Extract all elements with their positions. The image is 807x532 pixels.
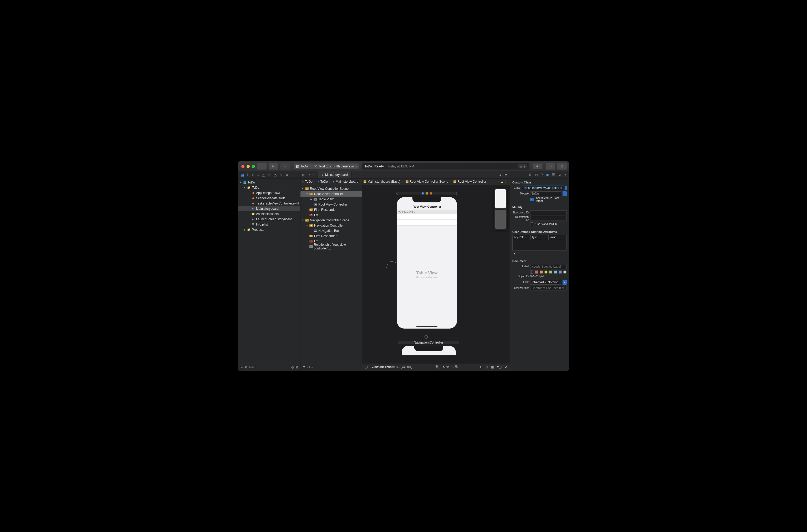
tree-row[interactable]: ◆AppDelegate.swift	[238, 190, 300, 195]
zoom-level[interactable]: 63%	[443, 365, 449, 369]
history-inspector-icon[interactable]: ◷	[535, 173, 538, 177]
adjust-editor-icon[interactable]: ▤	[504, 173, 507, 177]
project-tree[interactable]: ▼📘ToDo▼📁ToDo◆AppDelegate.swift◆SceneDele…	[238, 179, 300, 364]
source-control-icon[interactable]: ⫴	[247, 173, 249, 177]
class-dropdown-caret[interactable]: ⌄	[565, 186, 567, 190]
add-icon[interactable]: ＋	[240, 365, 244, 369]
color-swatch[interactable]	[544, 270, 547, 273]
outline-tree[interactable]: ▼◻Root View Controller Scene▼●Root View …	[301, 185, 362, 364]
jump-crumb[interactable]: ▸ Main.storyboard	[333, 180, 358, 184]
debug-nav-icon[interactable]: ◔	[274, 173, 276, 177]
recent-icon[interactable]: ◷	[291, 365, 294, 369]
outline-row[interactable]: ▼◻Root View Controller Scene	[301, 186, 362, 191]
report-nav-icon[interactable]: ≣	[286, 173, 288, 177]
scene-dock[interactable]	[397, 192, 457, 195]
breakpoint-nav-icon[interactable]: ▷	[280, 173, 282, 177]
ib-canvas[interactable]: Root View Controller Prototype Cells Tab…	[362, 185, 510, 370]
tree-row[interactable]: ≣Info.plist	[238, 222, 300, 227]
tree-row[interactable]: ▸Main.storyboard	[238, 206, 300, 211]
toggle-inspector-button[interactable]: ▯	[557, 163, 567, 170]
class-field[interactable]: TasksTableViewController⊗	[522, 186, 563, 190]
localizer-field[interactable]: Comment For Localizer	[530, 286, 567, 290]
inherit-module-checkbox[interactable]: ✓	[530, 198, 534, 201]
exit-icon[interactable]	[430, 192, 432, 194]
size-inspector-icon[interactable]: ◢	[558, 173, 560, 177]
warnings-indicator[interactable]: ▲ 2	[518, 164, 527, 169]
close-icon[interactable]	[241, 165, 245, 168]
jump-bar[interactable]: ▸ ToDo〉▸ ToDo〉▸ Main.storyboard〉◻ Main.s…	[301, 179, 510, 185]
scm-filter-icon[interactable]: ⊞	[295, 365, 298, 369]
remove-attr-icon[interactable]: −	[518, 251, 520, 256]
toggle-navigator-button[interactable]: ▭	[257, 163, 267, 170]
prev-issue-icon[interactable]: 〈	[496, 179, 499, 184]
outline-row[interactable]: ◀Root View Controller	[301, 202, 362, 207]
code-review-button[interactable]: ⇆	[546, 163, 555, 170]
color-swatch[interactable]: ×	[530, 270, 533, 273]
stop-button[interactable]: ■	[280, 163, 290, 170]
zoom-icon[interactable]	[252, 165, 255, 168]
align-icon[interactable]: ⊡	[480, 365, 483, 369]
module-dropdown-caret[interactable]: ⌄	[562, 191, 567, 196]
outline-row[interactable]: ▬Navigation Bar	[301, 228, 362, 233]
find-nav-icon[interactable]: ⌕	[257, 173, 259, 177]
view-as-label[interactable]: View as: iPhone 11 (wC hR)	[371, 365, 412, 369]
tree-row[interactable]: ◆SceneDelegate.swift	[238, 195, 300, 201]
zoom-out-icon[interactable]: −🔍	[434, 365, 439, 369]
color-swatch[interactable]	[549, 270, 552, 273]
tree-row[interactable]: ▸LaunchScreen.storyboard	[238, 216, 300, 222]
outline-row[interactable]: ○Relationship "root view controller"…	[301, 244, 362, 249]
restoration-id-field[interactable]	[530, 216, 567, 221]
project-navigator-icon[interactable]: ▤	[241, 173, 244, 177]
outline-row[interactable]: ▼●Root View Controller	[301, 191, 362, 196]
editor-options-icon[interactable]: ≡	[499, 173, 501, 177]
symbol-nav-icon[interactable]: ▿	[252, 173, 254, 177]
color-swatch[interactable]	[540, 270, 543, 273]
outline-row[interactable]: ▶≡Table View	[301, 196, 362, 202]
back-button[interactable]: 〈	[307, 173, 310, 177]
zoom-in-icon[interactable]: +🔍	[453, 365, 459, 369]
file-inspector-icon[interactable]: 🗎	[529, 173, 532, 177]
tree-row[interactable]: ▶📁Products	[238, 227, 300, 232]
outline-row[interactable]: ◫First Responder	[301, 207, 362, 212]
tree-row[interactable]: ▼📘ToDo	[238, 180, 300, 185]
segue-node-icon[interactable]	[424, 336, 428, 339]
outline-filter-input[interactable]	[307, 366, 360, 369]
navctrl-dock[interactable]: Navigation Controller	[398, 341, 459, 344]
library-button[interactable]: ＋	[533, 164, 542, 169]
minimize-icon[interactable]	[247, 165, 250, 168]
connections-inspector-icon[interactable]: ➜	[563, 173, 566, 177]
tree-row[interactable]: ▼📁ToDo	[238, 185, 300, 190]
device-frame[interactable]: Root View Controller Prototype Cells Tab…	[397, 196, 457, 329]
issue-nav-icon[interactable]: △	[262, 173, 265, 177]
jump-crumb[interactable]: ▸ ToDo	[303, 180, 312, 184]
tree-row[interactable]: 📁Assets.xcassets	[238, 211, 300, 216]
next-issue-icon[interactable]: 〉	[505, 179, 508, 184]
jump-crumb[interactable]: ▸ ToDo	[318, 180, 328, 184]
lock-field[interactable]: Inherited - (Nothing)	[530, 280, 561, 285]
run-button[interactable]: ▶	[269, 163, 278, 170]
outline-row[interactable]: ▼◻Navigation Controller Scene	[301, 217, 362, 223]
clear-icon[interactable]: ⊗	[559, 186, 562, 190]
first-responder-icon[interactable]	[426, 192, 428, 194]
jump-crumb[interactable]: ◻ Root View Controller Scene	[406, 180, 448, 184]
filter-icon[interactable]: ⊙	[245, 365, 248, 369]
outline-row[interactable]: ◫First Responder	[301, 233, 362, 239]
outline-row[interactable]: ▼◀Navigation Controller	[301, 223, 362, 228]
lock-dropdown-caret[interactable]: ⌄	[562, 280, 567, 285]
jump-crumb[interactable]: ◻ Main.storyboard (Base)	[364, 180, 400, 184]
minimap-scene[interactable]	[495, 210, 506, 229]
scheme-selector[interactable]: ◧ ToDo 〉 ⚒ iPod touch (7th generation)	[294, 164, 359, 169]
help-inspector-icon[interactable]: ?	[541, 173, 543, 177]
outline-row[interactable]: ↗Exit	[301, 212, 362, 217]
resolve-icon[interactable]: ◫	[491, 365, 494, 369]
pin-icon[interactable]: ╞	[486, 365, 488, 369]
minimap-scene[interactable]	[495, 189, 506, 208]
toggle-outline-icon[interactable]: ▢	[365, 365, 368, 369]
vc-icon[interactable]	[422, 192, 424, 194]
attributes-inspector-icon[interactable]: ☰	[552, 173, 555, 177]
device-frame-secondary[interactable]	[401, 345, 456, 356]
minimap[interactable]	[494, 188, 507, 230]
runtime-table[interactable]: Key Path Type Value	[512, 235, 567, 251]
color-swatch[interactable]	[559, 270, 562, 273]
table-cell[interactable]	[397, 220, 457, 226]
